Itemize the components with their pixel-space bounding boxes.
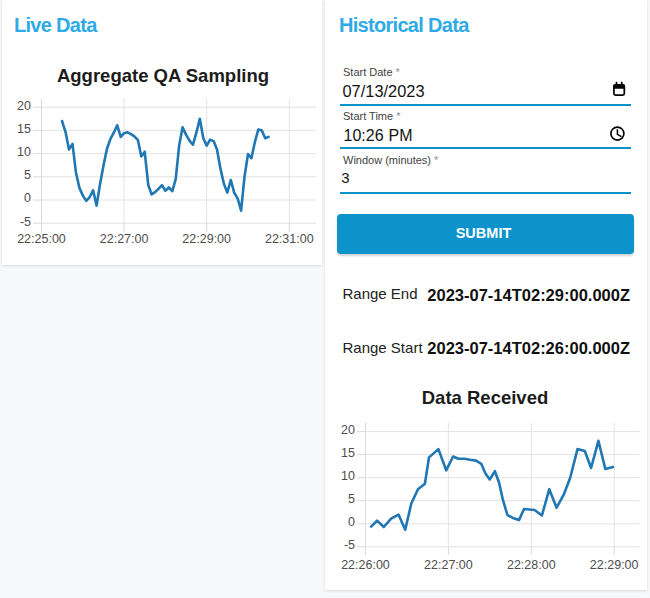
svg-text:15: 15 <box>17 122 31 136</box>
svg-text:22:26:00: 22:26:00 <box>341 558 390 572</box>
svg-text:0: 0 <box>348 515 355 529</box>
svg-text:22:25:00: 22:25:00 <box>17 232 66 246</box>
svg-text:22:27:00: 22:27:00 <box>424 558 473 572</box>
svg-text:0: 0 <box>24 191 31 205</box>
svg-text:22:29:00: 22:29:00 <box>182 232 231 246</box>
svg-text:-5: -5 <box>344 538 355 552</box>
svg-text:5: 5 <box>348 492 355 506</box>
svg-text:15: 15 <box>341 446 355 460</box>
svg-text:22:31:00: 22:31:00 <box>265 232 314 246</box>
svg-text:22:29:00: 22:29:00 <box>590 558 639 572</box>
svg-text:10: 10 <box>17 145 31 159</box>
svg-text:20: 20 <box>17 99 31 113</box>
svg-text:22:28:00: 22:28:00 <box>507 558 556 572</box>
svg-text:22:27:00: 22:27:00 <box>100 232 149 246</box>
svg-text:5: 5 <box>24 168 31 182</box>
svg-text:-5: -5 <box>20 215 31 229</box>
svg-text:10: 10 <box>341 469 355 483</box>
svg-text:20: 20 <box>341 423 355 437</box>
